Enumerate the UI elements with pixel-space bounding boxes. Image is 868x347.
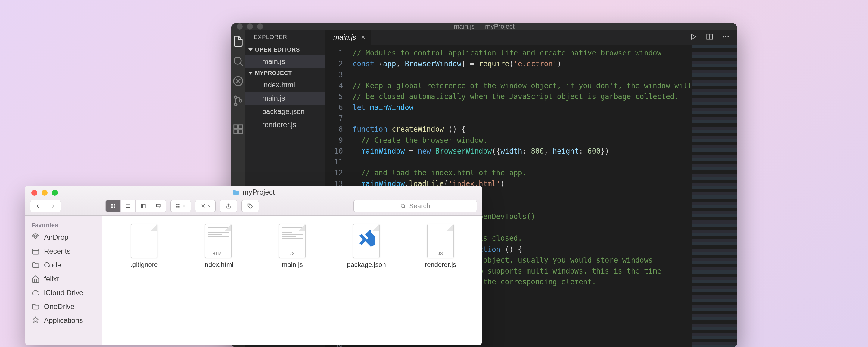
sidebar-onedrive[interactable]: OneDrive <box>25 300 102 314</box>
column-view-button[interactable] <box>136 200 151 212</box>
project-label: MYPROJECT <box>255 70 292 77</box>
split-editor-icon[interactable] <box>706 33 714 42</box>
svg-rect-17 <box>141 204 146 208</box>
svg-rect-15 <box>112 206 113 208</box>
file-icon <box>131 224 157 258</box>
file-icon: JS <box>427 224 454 258</box>
file-icon: HTML <box>205 224 231 258</box>
editor-actions <box>689 33 737 42</box>
svg-point-0 <box>234 57 241 64</box>
svg-point-24 <box>249 204 250 205</box>
svg-rect-7 <box>234 130 238 134</box>
svg-rect-13 <box>112 204 113 206</box>
file-packagejson[interactable]: package.json <box>338 224 395 337</box>
search-icon[interactable] <box>232 55 245 67</box>
open-editor-mainjs[interactable]: main.js <box>245 55 325 68</box>
tags-button[interactable] <box>242 200 259 212</box>
search-field[interactable]: Search <box>353 200 477 212</box>
explorer-title: EXPLORER <box>245 30 325 45</box>
svg-rect-18 <box>156 204 160 207</box>
nav-group <box>30 200 61 212</box>
folder-name: myProject <box>243 188 275 196</box>
finder-sidebar: Favorites AirDrop Recents Code felixr iC… <box>25 216 102 345</box>
tab-bar: main.js × <box>325 30 737 45</box>
file-mainjs[interactable]: main.js <box>245 92 325 105</box>
svg-point-25 <box>401 204 405 207</box>
svg-rect-16 <box>114 206 115 208</box>
svg-point-26 <box>35 236 37 238</box>
open-editors-label: OPEN EDITORS <box>255 47 300 53</box>
finder-window: myProject <box>25 185 482 345</box>
vscode-titlebar[interactable]: main.js — myProject <box>231 24 737 30</box>
file-indexhtml[interactable]: index.html <box>245 78 325 92</box>
file-icon: JS <box>279 224 306 258</box>
svg-rect-19 <box>176 204 178 205</box>
action-button[interactable] <box>195 200 216 212</box>
svg-rect-27 <box>32 249 39 254</box>
finder-title: myProject <box>232 188 275 196</box>
search-placeholder: Search <box>409 202 430 210</box>
file-gitignore[interactable]: .gitignore <box>116 224 173 337</box>
file-rendererjs[interactable]: renderer.js <box>245 118 325 131</box>
svg-point-4 <box>240 100 242 102</box>
svg-point-3 <box>235 103 237 106</box>
svg-rect-5 <box>234 125 238 129</box>
gallery-view-button[interactable] <box>151 200 166 212</box>
list-view-button[interactable] <box>121 200 136 212</box>
share-button[interactable] <box>220 200 237 212</box>
svg-point-10 <box>723 36 724 37</box>
project-header[interactable]: MYPROJECT <box>245 68 325 78</box>
window-controls <box>31 190 58 196</box>
sidebar-applications[interactable]: Applications <box>25 314 102 327</box>
svg-rect-20 <box>178 204 180 205</box>
window-title: main.js — myProject <box>231 24 737 30</box>
file-label: main.js <box>262 57 285 66</box>
minimize-window-icon[interactable] <box>41 190 48 196</box>
maximize-window-icon[interactable] <box>52 190 58 196</box>
file-mainjs[interactable]: JS main.js <box>264 224 321 337</box>
svg-rect-22 <box>178 206 180 207</box>
search-icon <box>400 203 406 209</box>
explorer-icon[interactable] <box>232 35 245 48</box>
view-mode-group <box>105 200 166 212</box>
file-packagejson[interactable]: package.json <box>245 105 325 118</box>
icon-view-button[interactable] <box>106 200 121 212</box>
chevron-down-icon <box>248 49 253 51</box>
sidebar-icloud[interactable]: iCloud Drive <box>25 286 102 300</box>
svg-rect-21 <box>176 206 178 207</box>
file-rendererjs[interactable]: JS renderer.js <box>412 224 469 337</box>
finder-toolbar: myProject <box>25 185 482 216</box>
more-icon[interactable] <box>722 33 730 42</box>
open-editors-header[interactable]: OPEN EDITORS <box>245 45 325 55</box>
svg-point-23 <box>202 205 204 207</box>
folder-icon <box>232 189 240 195</box>
sidebar-recents[interactable]: Recents <box>25 244 102 258</box>
file-grid[interactable]: .gitignore HTML index.html JS main.js <box>102 216 482 345</box>
vscode-file-icon <box>357 230 376 249</box>
file-icon <box>353 224 380 258</box>
chevron-down-icon <box>248 72 253 75</box>
run-icon[interactable] <box>689 33 697 42</box>
svg-point-12 <box>727 36 728 37</box>
back-button[interactable] <box>30 200 45 212</box>
svg-point-11 <box>725 36 726 37</box>
close-window-icon[interactable] <box>31 190 37 196</box>
tab-label: main.js <box>333 33 356 41</box>
sidebar-code[interactable]: Code <box>25 258 102 272</box>
sidebar-airdrop[interactable]: AirDrop <box>25 230 102 244</box>
minimap[interactable] <box>692 45 737 347</box>
extensions-icon[interactable] <box>232 123 245 136</box>
source-control-icon[interactable] <box>232 94 245 107</box>
tab-mainjs[interactable]: main.js × <box>325 30 372 45</box>
file-indexhtml[interactable]: HTML index.html <box>190 224 247 337</box>
svg-rect-14 <box>114 204 115 206</box>
debug-icon[interactable] <box>232 75 245 87</box>
favorites-header: Favorites <box>25 220 102 230</box>
group-button[interactable] <box>170 200 191 212</box>
forward-button[interactable] <box>45 200 61 212</box>
svg-rect-6 <box>239 125 243 129</box>
svg-rect-8 <box>239 130 243 134</box>
sidebar-home[interactable]: felixr <box>25 272 102 286</box>
close-tab-icon[interactable]: × <box>361 33 365 41</box>
svg-point-2 <box>235 96 237 98</box>
